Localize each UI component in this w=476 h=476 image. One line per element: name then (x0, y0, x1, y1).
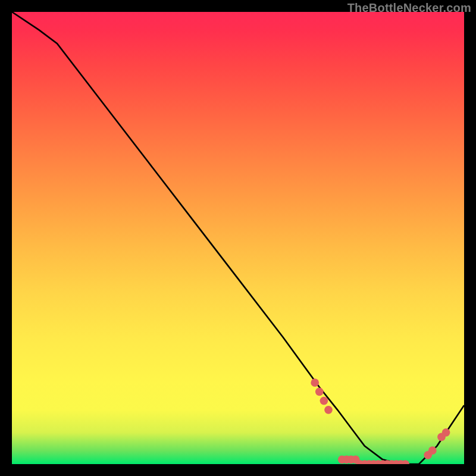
curve-layer (12, 12, 464, 464)
highlight-dots (311, 378, 450, 464)
bottleneck-curve (12, 12, 464, 464)
highlight-dot (315, 388, 324, 396)
highlight-dot (442, 428, 450, 437)
highlight-dot (324, 406, 333, 414)
highlight-dot (320, 397, 328, 405)
plot-area (12, 12, 464, 464)
chart-container: TheBottleNecker.com (0, 0, 476, 476)
highlight-dot (311, 378, 319, 387)
highlight-dot (428, 446, 437, 455)
